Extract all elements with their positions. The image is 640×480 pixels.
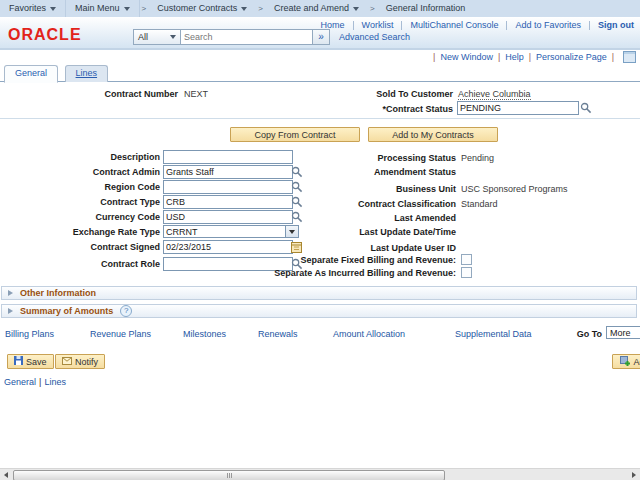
description-label: Description — [18, 152, 160, 162]
chevron-down-icon — [124, 7, 130, 11]
nav-separator — [506, 21, 507, 30]
tab-bar: General Lines — [0, 64, 640, 82]
business-unit-value: USC Sponsored Programs — [461, 184, 568, 194]
personalize-page-link[interactable]: Personalize Page — [536, 52, 607, 62]
contract-classification-label: Contract Classification — [258, 199, 456, 209]
tab-general[interactable]: General — [4, 65, 58, 83]
peoplesoft-window: Favorites Main Menu > Customer Contracts… — [0, 0, 640, 480]
help-icon[interactable]: ? — [120, 305, 132, 317]
scroll-right-button[interactable] — [628, 469, 640, 480]
add-to-my-contracts-button[interactable]: Add to My Contracts — [368, 127, 498, 142]
chevron-down-icon — [50, 7, 56, 11]
breadcrumb-item-create-and-amend[interactable]: Create and Amend — [265, 0, 368, 17]
bottom-nav: General|Lines — [4, 377, 66, 387]
amendment-status-label: Amendment Status — [258, 167, 456, 177]
goto-select[interactable]: More — [606, 326, 640, 339]
business-unit-label: Business Unit — [258, 184, 456, 194]
region-code-label: Region Code — [18, 182, 160, 192]
chevron-down-icon — [241, 7, 247, 11]
section-divider — [0, 118, 640, 119]
sign-out-link[interactable]: Sign out — [598, 20, 634, 30]
add-icon — [620, 356, 630, 368]
breadcrumb-separator: > — [256, 4, 265, 13]
supplemental-data-link[interactable]: Supplemental Data — [455, 329, 532, 339]
new-window-link[interactable]: New Window — [440, 52, 493, 62]
nav-separator — [589, 21, 590, 30]
breadcrumb-separator: > — [368, 4, 377, 13]
save-button[interactable]: Save — [7, 354, 54, 369]
oracle-logo: ORACLE — [8, 26, 82, 44]
horizontal-scrollbar[interactable] — [0, 468, 640, 480]
chevron-down-icon — [170, 35, 176, 39]
sold-to-customer-label: Sold To Customer — [295, 89, 453, 99]
copy-from-contract-button[interactable]: Copy From Contract — [230, 127, 360, 142]
contract-status-lookup-icon[interactable] — [580, 102, 592, 114]
separate-as-incurred-label: Separate As Incurred Billing and Revenue… — [258, 268, 456, 278]
save-icon — [14, 356, 23, 367]
notify-envelope-icon — [62, 357, 72, 367]
renewals-link[interactable]: Renewals — [258, 329, 298, 339]
goto-label: Go To — [548, 329, 602, 339]
layout-grid-icon[interactable] — [623, 51, 636, 63]
revenue-plans-link[interactable]: Revenue Plans — [90, 329, 151, 339]
billing-plans-link[interactable]: Billing Plans — [5, 329, 54, 339]
separate-as-incurred-checkbox[interactable] — [461, 267, 472, 278]
amount-allocation-link[interactable]: Amount Allocation — [333, 329, 405, 339]
app-header: ORACLE Home Worklist MultiChannel Consol… — [0, 17, 640, 50]
contract-status-input[interactable] — [457, 101, 579, 115]
separate-fixed-label: Separate Fixed Billing and Revenue: — [258, 255, 456, 265]
nav-multichannel-console-link[interactable]: MultiChannel Console — [410, 20, 498, 30]
pagebar-separator — [607, 52, 619, 62]
breadcrumb-separator: > — [140, 4, 149, 13]
sold-to-customer-value[interactable]: Achieve Columbia — [458, 89, 531, 100]
bottom-nav-lines-link[interactable]: Lines — [44, 377, 66, 387]
milestones-link[interactable]: Milestones — [183, 329, 226, 339]
help-link[interactable]: Help — [505, 52, 524, 62]
summary-of-amounts-section[interactable]: Summary of Amounts ? — [1, 304, 637, 318]
expand-triangle-icon — [8, 308, 13, 314]
breadcrumb-item-customer-contracts[interactable]: Customer Contracts — [148, 0, 256, 17]
notify-button[interactable]: Notify — [55, 354, 105, 369]
separate-fixed-checkbox[interactable] — [461, 254, 472, 265]
search-input[interactable] — [181, 29, 313, 45]
chevron-down-icon — [353, 7, 359, 11]
search-bar: All » Advanced Search — [133, 29, 410, 45]
contract-number-label: Contract Number — [40, 89, 178, 99]
pagebar-separator — [493, 52, 505, 62]
currency-code-label: Currency Code — [18, 212, 160, 222]
scrollbar-thumb[interactable] — [13, 470, 445, 480]
exchange-rate-type-label: Exchange Rate Type — [18, 227, 160, 237]
nav-add-to-favorites-link[interactable]: Add to Favorites — [515, 20, 581, 30]
contract-role-label: Contract Role — [18, 259, 160, 269]
pagebar-separator — [428, 52, 440, 62]
contract-classification-value: Standard — [461, 199, 498, 209]
add-button[interactable]: Add — [612, 354, 640, 369]
bottom-nav-general-link[interactable]: General — [4, 377, 36, 387]
contract-status-label: *Contract Status — [295, 104, 453, 114]
processing-status-label: Processing Status — [258, 153, 456, 163]
contract-admin-label: Contract Admin — [18, 167, 160, 177]
tab-lines[interactable]: Lines — [65, 65, 109, 82]
search-go-button[interactable]: » — [313, 29, 330, 45]
breadcrumb-item-main-menu[interactable]: Main Menu — [66, 0, 140, 17]
pagebar-separator — [524, 52, 536, 62]
scroll-left-button[interactable] — [0, 469, 12, 480]
pagebar: New Window Help Personalize Page — [428, 51, 636, 63]
last-update-user-label: Last Update User ID — [258, 243, 456, 253]
expand-triangle-icon — [8, 290, 13, 296]
contract-signed-label: Contract Signed — [18, 242, 160, 252]
search-scope-select[interactable]: All — [133, 29, 181, 45]
last-amended-label: Last Amended — [258, 213, 456, 223]
other-information-section[interactable]: Other Information — [1, 286, 637, 300]
breadcrumb: Favorites Main Menu > Customer Contracts… — [0, 0, 640, 17]
advanced-search-link[interactable]: Advanced Search — [339, 32, 410, 42]
contract-type-label: Contract Type — [18, 197, 160, 207]
contract-number-value: NEXT — [184, 89, 208, 99]
last-update-datetime-label: Last Update Date/Time — [258, 227, 456, 237]
breadcrumb-item-favorites[interactable]: Favorites — [0, 0, 66, 17]
breadcrumb-item-general-information: General Information — [377, 0, 475, 17]
processing-status-value: Pending — [461, 153, 494, 163]
